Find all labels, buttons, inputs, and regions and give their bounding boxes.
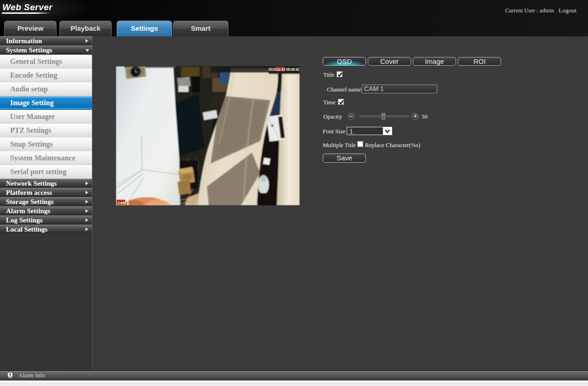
svg-text:1: 1 xyxy=(126,200,129,205)
svg-text:2019-12-13 08:40:42: 2019-12-13 08:40:42 xyxy=(268,68,299,72)
svg-text:CAM: CAM xyxy=(118,201,126,205)
